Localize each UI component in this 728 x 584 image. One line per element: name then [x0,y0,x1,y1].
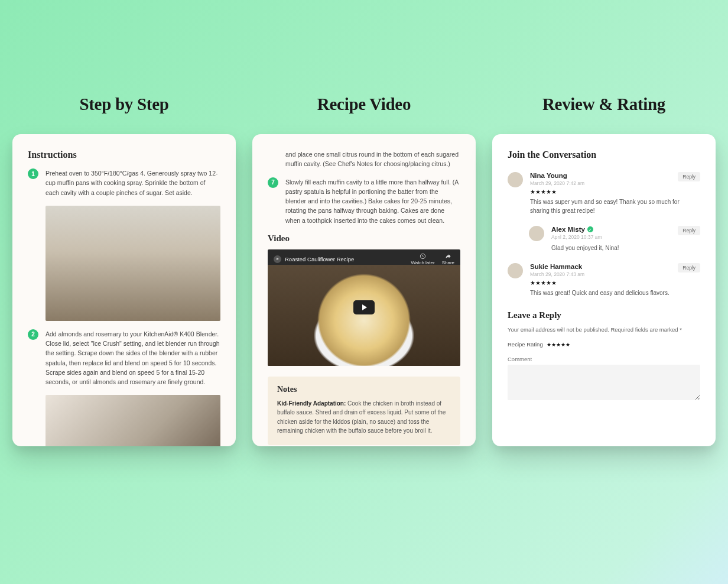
continuation-text: and place one small citrus round in the … [285,150,460,169]
step-2: 2 Add almonds and rosemary to your Kitch… [28,329,220,387]
step-number: 1 [28,168,38,179]
comment-date: April 2, 2020 10:37 am [551,234,602,240]
conversation-heading: Join the Conversation [508,150,700,160]
rating-stars-input[interactable]: ★★★★★ [547,342,570,348]
notes-heading: Notes [277,385,451,394]
comment-field-label: Comment [508,356,700,362]
comment-author: Nina Young [530,172,584,179]
star-rating: ★★★★★ [530,280,700,286]
col-step-by-step: Step by Step Instructions 1 Preheat oven… [12,0,236,446]
step-text: Add almonds and rosemary to your Kitchen… [46,329,220,387]
comment-textarea[interactable] [508,365,700,400]
card-reviews: Join the Conversation Nina Young March 2… [492,134,716,446]
video-player[interactable]: Roasted Cauliflower Recipe Watch later S… [268,249,460,366]
col-title-review: Review & Rating [542,95,665,114]
video-heading: Video [268,233,460,244]
step-image-1 [46,206,220,321]
feature-columns: Step by Step Instructions 1 Preheat oven… [0,0,728,446]
col-review-rating: Review & Rating Join the Conversation Ni… [492,0,716,446]
instructions-heading: Instructions [28,150,220,160]
reply-button[interactable]: Reply [678,226,700,235]
step-text: Slowly fill each muffin cavity to a litt… [285,177,460,225]
video-thumbnail [268,265,460,366]
notes-box: Notes Kid-Friendly Adaptation: Cook the … [268,377,460,445]
youtube-icon [274,255,281,263]
leave-reply-heading: Leave a Reply [508,310,700,320]
notes-body: Kid-Friendly Adaptation: Cook the chicke… [277,399,451,436]
card-instructions: Instructions 1 Preheat oven to 350°F/180… [12,134,236,446]
verified-badge-icon [587,226,593,232]
comment: Nina Young March 29, 2020 7:42 am Reply … [508,172,700,215]
play-button-icon[interactable] [353,300,375,314]
share-button[interactable]: Share [442,253,454,265]
avatar [529,226,544,241]
comment-date: March 29, 2020 7:42 am [530,180,584,186]
card-video: and place one small citrus round in the … [252,134,476,446]
col-title-video: Recipe Video [317,95,411,114]
star-rating: ★★★★★ [530,189,700,195]
comment-author: Sukie Hammack [530,263,584,270]
step-text: Preheat oven to 350°F/180°C/gas 4. Gener… [46,168,220,197]
comment-text: This was great! Quick and easy and delic… [530,288,700,297]
avatar [508,263,523,278]
reply-note: Your email address will not be published… [508,326,700,333]
video-title: Roasted Cauliflower Recipe [285,256,354,262]
step-number: 7 [268,177,278,188]
comment-date: March 29, 2020 7:43 am [530,271,584,277]
reply-button[interactable]: Reply [678,172,700,181]
notes-bold: Kid-Friendly Adaptation: [277,400,346,407]
reply-button[interactable]: Reply [678,263,700,272]
step-1: 1 Preheat oven to 350°F/180°C/gas 4. Gen… [28,168,220,197]
recipe-rating-label: Recipe Rating [508,341,543,348]
recipe-rating-row[interactable]: Recipe Rating ★★★★★ [508,341,700,348]
avatar [508,172,523,187]
col-title-step: Step by Step [79,95,168,114]
step-7: 7 Slowly fill each muffin cavity to a li… [268,177,460,225]
step-image-2 [46,395,220,446]
comment-reply: Alex Misty April 2, 2020 10:37 am Reply … [529,226,700,252]
comment-author: Alex Misty [551,226,602,233]
watch-later-button[interactable]: Watch later [411,253,434,265]
step-number: 2 [28,329,38,340]
col-recipe-video: Recipe Video and place one small citrus … [252,0,476,446]
comment: Sukie Hammack March 29, 2020 7:43 am Rep… [508,263,700,297]
comment-text: Glad you enjoyed it, Nina! [551,244,700,252]
comment-text: This was super yum and so easy! Thank yo… [530,197,700,215]
